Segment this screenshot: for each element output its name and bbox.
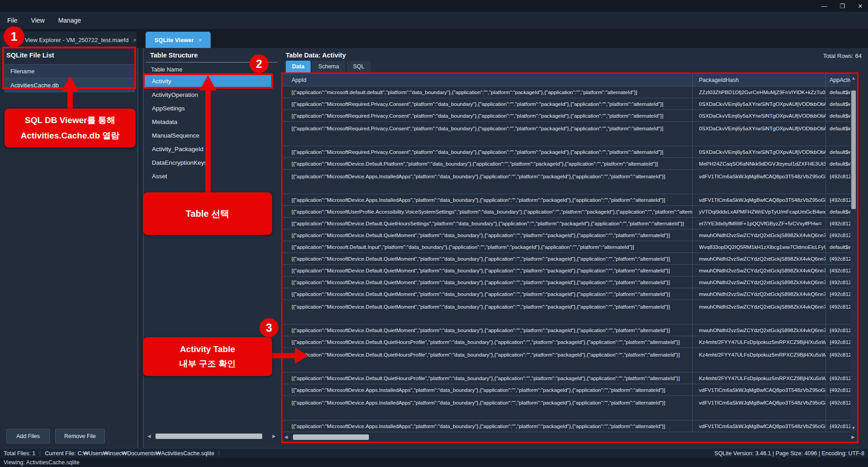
annotation-badge-2: 2: [250, 54, 269, 73]
tab-strip: Disk View Explorer - VM_250722_test.maef…: [0, 29, 868, 48]
scroll-right-icon[interactable]: ▶: [272, 433, 276, 440]
table-data-title: Table Data: Activity: [286, 52, 346, 59]
title-bar: — ❐ ✕: [0, 0, 868, 12]
table-name-column-header: Table Name: [151, 66, 182, 73]
add-files-button[interactable]: Add Files: [6, 429, 50, 443]
note-line: Table 선택: [186, 208, 229, 220]
annotation-arrow-right: [270, 353, 296, 358]
close-icon[interactable]: ✕: [856, 3, 864, 10]
annotation-arrow-up: [205, 89, 211, 193]
note-line: 내부 구조 확인: [179, 357, 236, 371]
annotation-arrow-up: [67, 90, 73, 110]
divider: [219, 450, 219, 457]
annotation-badge-1: 1: [4, 26, 24, 47]
annotation-arrowhead-up: [61, 76, 79, 91]
minimize-icon[interactable]: —: [820, 3, 828, 10]
menu-bar: File View Manage: [0, 12, 868, 29]
note-line: Activities.Cache.db 열람: [21, 128, 120, 143]
status-sqlite-info: SQLite Version: 3.46.1 | Page Size: 4096…: [714, 450, 864, 457]
scroll-left-icon[interactable]: ◀: [147, 433, 151, 440]
tab-label: SQLite Viewer: [155, 37, 194, 43]
restore-icon[interactable]: ❐: [838, 3, 846, 10]
annotation-rect-data-table: [281, 72, 859, 443]
close-tab-icon[interactable]: ×: [198, 37, 202, 43]
scrollbar-thumb[interactable]: [156, 434, 262, 439]
menu-manage[interactable]: Manage: [58, 17, 81, 24]
annotation-note-1: SQL DB Viewer를 통해 Activities.Cache.db 열람: [5, 109, 136, 148]
app-window: — ❐ ✕ File View Manage Disk View Explore…: [0, 0, 868, 467]
close-tab-icon[interactable]: ×: [133, 37, 137, 43]
data-view-tabs: Data Schema SQL: [286, 61, 371, 72]
status-current-file: Current File: C:₩Users₩insec₩Documents₩A…: [45, 450, 214, 457]
tab-schema[interactable]: Schema: [312, 61, 345, 72]
menu-view[interactable]: View: [31, 17, 45, 24]
menu-file[interactable]: File: [7, 17, 18, 24]
annotation-arrowhead-up: [199, 75, 217, 91]
status-bar: Total Files: 1 Current File: C:₩Users₩in…: [0, 448, 868, 458]
window-controls: — ❐ ✕: [820, 0, 864, 12]
structure-horizontal-scrollbar[interactable]: ◀ ▶: [146, 433, 277, 440]
table-structure-panel: Table Structure Table Name ActivityActiv…: [144, 48, 279, 448]
tab-sqlite-viewer[interactable]: SQLite Viewer ×: [146, 32, 211, 48]
remove-file-button[interactable]: Remove File: [55, 429, 105, 443]
annotation-badge-3: 3: [259, 318, 278, 337]
annotation-note-2: Table 선택: [143, 192, 272, 235]
note-line: SQL DB Viewer를 통해: [25, 113, 115, 128]
viewing-label: Viewing: ActivitiesCache.sqlite: [4, 459, 80, 466]
divider: [40, 450, 40, 457]
status-total-files: Total Files: 1: [4, 450, 35, 457]
footer-bar: Viewing: ActivitiesCache.sqlite: [0, 458, 868, 467]
panel-splitter[interactable]: [137, 48, 144, 448]
tab-sql[interactable]: SQL: [347, 61, 371, 72]
annotation-arrowhead-right: [295, 348, 308, 364]
annotation-note-3: Activity Table 내부 구조 확인: [143, 337, 272, 376]
table-structure-title: Table Structure: [150, 52, 198, 59]
total-rows-label: Total Rows: 64: [823, 52, 862, 59]
note-line: Activity Table: [180, 342, 235, 357]
tab-label: Disk View Explorer - VM_250722_test.maef…: [12, 37, 128, 43]
tab-data[interactable]: Data: [286, 61, 311, 72]
